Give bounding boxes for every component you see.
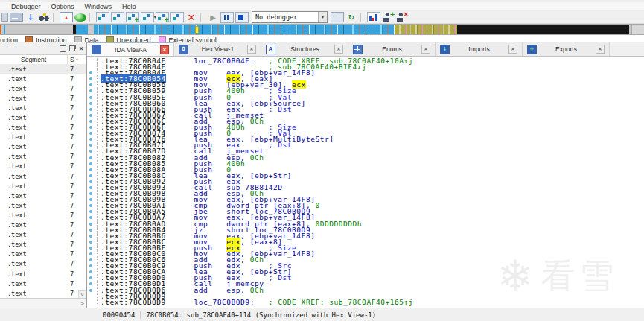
tab-close-icon[interactable]: × — [247, 45, 256, 54]
tab-label: Exports — [540, 45, 593, 53]
navband-segment-blue[interactable] — [76, 25, 88, 34]
disasm-operand: esp, — [226, 286, 249, 294]
instruction-dot-icon — [89, 223, 92, 226]
navband-segment-gray[interactable] — [5, 25, 73, 34]
navband-segment-code[interactable] — [94, 25, 395, 34]
menu-item-debugger[interactable]: Debugger — [6, 3, 46, 10]
table-row[interactable]: .text7 — [0, 220, 86, 230]
jump-down-icon[interactable]: ↓ — [25, 12, 36, 22]
menu-item-options[interactable]: Options — [46, 3, 80, 10]
table-row[interactable]: .text7 — [0, 123, 86, 133]
navband-scroll-button[interactable] — [631, 25, 644, 34]
navband-segment-black[interactable] — [457, 25, 629, 34]
chart-window-icon[interactable]: ▲ — [60, 12, 73, 22]
tab-close-icon[interactable]: × — [508, 45, 517, 54]
cell-segment: .text — [0, 66, 67, 73]
modules-chart-icon[interactable] — [367, 12, 380, 22]
instruction-dot-icon — [89, 150, 92, 153]
tab-imports[interactable]: ↓Imports× — [436, 42, 523, 56]
doc-fragment-icon[interactable] — [1, 13, 8, 22]
graph-jump-icon[interactable] — [141, 12, 154, 22]
tab-close-icon[interactable]: × — [334, 45, 343, 54]
panel-title-bar: × — [0, 42, 86, 55]
attach-process-icon[interactable] — [382, 13, 394, 22]
instruction-dot-icon — [89, 162, 92, 165]
cell-start: 7 — [67, 221, 86, 229]
refresh-icon[interactable]: ↻ — [345, 12, 357, 22]
navigation-band[interactable] — [0, 24, 644, 35]
cell-start: 7 — [67, 124, 86, 131]
tab-close-icon[interactable]: × — [160, 45, 169, 54]
table-row[interactable]: .text7 — [0, 191, 86, 200]
tab-close-icon[interactable]: × — [421, 45, 430, 54]
terminate-process-icon[interactable] — [395, 13, 407, 22]
menu-item-windows[interactable]: Windows — [80, 3, 118, 10]
table-row[interactable]: .text7 — [0, 200, 86, 210]
table-row[interactable]: .text7 — [0, 250, 86, 259]
table-row[interactable]: .text7 — [0, 230, 86, 240]
disasm-line[interactable]: .text:78C0B0D9 loc_78C0B0D9: ; CODE XREF… — [87, 299, 644, 305]
debugger-combobox[interactable]: No debugger▼ — [252, 11, 328, 23]
debug-continue-icon[interactable]: ▶ — [207, 12, 219, 22]
cell-segment: .text — [0, 290, 67, 297]
graph-node-icon[interactable] — [126, 12, 139, 22]
table-row[interactable]: .text7 — [0, 64, 86, 74]
cell-segment: .text — [0, 153, 67, 160]
table-row[interactable]: .text7 — [0, 269, 86, 279]
cell-segment: .text — [0, 241, 67, 248]
hscroll-right-icon[interactable]: > — [80, 300, 86, 307]
debug-pause-icon[interactable] — [220, 12, 234, 23]
close-icon[interactable]: × — [78, 46, 84, 51]
navband-segment-gray[interactable] — [88, 25, 94, 34]
table-row[interactable]: .text7 — [0, 133, 86, 142]
chevron-down-icon[interactable]: ▼ — [318, 12, 327, 22]
instruction-dot-icon — [89, 89, 92, 92]
navband-segment-olive[interactable] — [395, 25, 457, 34]
tab-structures[interactable]: AStructures× — [261, 42, 348, 56]
table-row[interactable]: .text7 — [0, 210, 86, 220]
horizontal-scrollbar[interactable]: > — [0, 298, 86, 308]
table-row[interactable]: .text7 — [0, 288, 86, 298]
tab-ida-view-a[interactable]: IDA View-A× — [87, 42, 174, 56]
table-row[interactable]: .text7 — [0, 259, 86, 269]
maximize-icon[interactable] — [60, 45, 66, 52]
disasm-gutter — [87, 142, 98, 148]
run-script-icon[interactable] — [74, 13, 86, 22]
graph-new-icon[interactable] — [111, 12, 124, 22]
instruction-dot-icon — [89, 289, 92, 292]
disasm-gutter — [87, 269, 98, 275]
table-row[interactable]: .text7 — [0, 142, 86, 152]
stamp-icon[interactable] — [10, 13, 23, 22]
table-row[interactable]: .text7 — [0, 74, 86, 83]
disasm-gutter — [87, 107, 98, 112]
snapshot-icon[interactable] — [331, 12, 344, 22]
tab-exports[interactable]: +Exports× — [523, 42, 610, 56]
menu-item-help[interactable]: Help — [117, 3, 141, 10]
graph-color-icon[interactable] — [170, 12, 184, 22]
table-row[interactable]: .text7 — [0, 103, 86, 112]
disasm-gutter — [87, 124, 98, 130]
tab-label: Imports — [453, 45, 506, 53]
instruction-dot-icon — [89, 252, 92, 255]
search-binoculars-icon[interactable] — [38, 13, 50, 22]
graph-target-icon[interactable] — [156, 12, 169, 22]
float-icon[interactable] — [69, 45, 75, 51]
debug-stop-icon[interactable] — [235, 12, 249, 23]
tab-close-icon[interactable]: × — [596, 45, 605, 54]
tab-enums[interactable]: Enums× — [348, 42, 436, 56]
abort-icon[interactable]: ✕ — [185, 12, 197, 22]
disasm-gutter — [87, 136, 98, 142]
table-row[interactable]: .text7 — [0, 112, 86, 122]
table-row[interactable]: .text7 — [0, 93, 86, 103]
table-row[interactable]: .text7 — [0, 162, 86, 171]
table-row[interactable]: .text7 — [0, 171, 86, 181]
graph-view-icon[interactable] — [96, 12, 109, 22]
table-row[interactable]: .text7 — [0, 152, 86, 162]
tab-hex-view-1[interactable]: 0Hex View-1× — [174, 42, 261, 56]
table-row[interactable]: .text7 — [0, 83, 86, 93]
table-row[interactable]: .text7 — [0, 279, 86, 288]
table-row[interactable]: .text7 — [0, 240, 86, 250]
table-row[interactable]: .text7 — [0, 181, 86, 191]
disassembly-listing[interactable]: .text:78C0B04E loc_78C0B04E: ; CODE XREF… — [87, 57, 644, 305]
cell-segment: .text — [0, 231, 67, 238]
